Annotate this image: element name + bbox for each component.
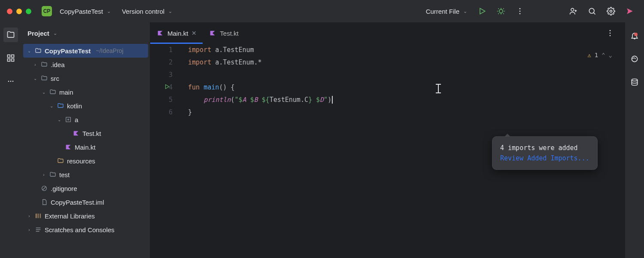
project-tool-button[interactable] xyxy=(3,28,18,42)
svg-rect-9 xyxy=(8,59,10,61)
kotlin-file-icon xyxy=(64,143,72,151)
tab-options-button[interactable] xyxy=(603,26,617,40)
tree-root-label: CopyPasteTest xyxy=(45,47,91,55)
inspection-widget[interactable]: ⚠ 1 ⌃ ⌄ xyxy=(587,49,612,61)
close-window-icon[interactable] xyxy=(7,9,12,14)
scratches-icon xyxy=(34,226,42,233)
maximize-window-icon[interactable] xyxy=(26,9,31,14)
left-tool-rail xyxy=(0,22,21,258)
tree-node-test[interactable]: › test xyxy=(23,168,148,181)
svg-point-15 xyxy=(68,119,69,120)
code-with-me-button[interactable] xyxy=(566,4,580,18)
ai-assistant-button[interactable] xyxy=(627,52,642,66)
tree-root-node[interactable]: ⌄ CopyPasteTest ~/IdeaProj xyxy=(23,44,148,58)
package-icon xyxy=(64,116,72,123)
tree-label: a xyxy=(75,116,78,123)
folder-icon xyxy=(49,171,57,178)
tree-file-iml[interactable]: CopyPasteTest.iml xyxy=(23,195,148,209)
tree-root-path: ~/IdeaProj xyxy=(96,47,123,54)
folder-icon xyxy=(40,61,48,68)
folder-icon xyxy=(34,47,42,55)
chevron-down-icon: ⌄ xyxy=(27,49,32,53)
tree-label: resources xyxy=(67,157,95,165)
tree-file-test-kt[interactable]: Test.kt xyxy=(23,126,148,140)
svg-point-13 xyxy=(12,81,14,82)
tab-test-kt[interactable]: Test.kt xyxy=(203,22,244,44)
right-tool-rail xyxy=(625,22,644,258)
svg-point-2 xyxy=(519,11,521,12)
line-number: 6 xyxy=(150,106,173,119)
more-tools-button[interactable] xyxy=(3,74,18,89)
review-imports-link[interactable]: Review Added Imports... xyxy=(500,153,589,163)
chevron-down-icon: ⌄ xyxy=(107,9,111,14)
file-icon xyxy=(40,198,48,206)
svg-point-19 xyxy=(610,35,611,37)
tab-main-kt[interactable]: Main.kt ✕ xyxy=(150,22,203,44)
tree-label: CopyPasteTest.iml xyxy=(51,199,104,206)
tree-label: Main.kt xyxy=(75,144,95,151)
tree-node-package-a[interactable]: ⌄ a xyxy=(23,113,148,126)
database-button[interactable] xyxy=(627,75,642,89)
kotlin-file-icon xyxy=(72,129,80,137)
project-tree: ⌄ CopyPasteTest ~/IdeaProj › .idea ⌄ src… xyxy=(21,44,150,236)
code-editor[interactable]: 1 2 3 4 5 6 import a.TestEnum import a.T… xyxy=(150,44,625,258)
tree-label: test xyxy=(59,171,70,178)
structure-tool-button[interactable] xyxy=(3,51,18,65)
svg-point-5 xyxy=(589,8,594,13)
close-tab-icon[interactable]: ✕ xyxy=(191,30,197,37)
tree-node-src[interactable]: ⌄ src xyxy=(23,71,148,85)
minimize-window-icon[interactable] xyxy=(16,9,22,14)
vcs-label: Version control xyxy=(122,8,164,15)
debug-button[interactable] xyxy=(494,4,508,18)
tree-node-kotlin[interactable]: ⌄ kotlin xyxy=(23,99,148,113)
tree-file-main-kt[interactable]: Main.kt xyxy=(23,140,148,154)
tree-file-gitignore[interactable]: .gitignore xyxy=(23,181,148,195)
line-number: 4 xyxy=(150,81,173,94)
chevron-down-icon: ⌄ xyxy=(41,90,46,95)
gutter: 1 2 3 4 5 6 xyxy=(150,44,188,258)
tree-external-libraries[interactable]: › External Libraries xyxy=(23,209,148,223)
svg-point-12 xyxy=(10,81,12,82)
svg-point-21 xyxy=(632,79,637,81)
line-number: 5 xyxy=(150,94,173,106)
svg-point-1 xyxy=(519,8,521,9)
ignore-file-icon xyxy=(40,184,48,192)
project-tree-panel: Project ⌄ ⌄ CopyPasteTest ~/IdeaProj › .… xyxy=(21,22,150,258)
run-config-dropdown[interactable]: Current File ⌄ xyxy=(426,8,467,15)
warning-count: 1 xyxy=(595,49,598,61)
tab-label: Test.kt xyxy=(220,30,238,37)
titlebar: CP CopyPasteTest ⌄ Version control ⌄ Cur… xyxy=(0,0,644,22)
svg-rect-10 xyxy=(12,59,14,61)
svg-point-3 xyxy=(519,13,521,15)
tab-label: Main.kt xyxy=(167,30,188,37)
tree-node-resources[interactable]: resources xyxy=(23,154,148,168)
line-number: 2 xyxy=(150,56,173,69)
tree-label: main xyxy=(59,89,73,96)
chevron-right-icon: › xyxy=(41,172,46,177)
settings-button[interactable] xyxy=(604,4,618,18)
tree-scratches[interactable]: › Scratches and Consoles xyxy=(23,223,148,236)
svg-point-4 xyxy=(571,8,574,11)
run-gutter-icon[interactable] xyxy=(164,81,170,94)
chevron-down-icon: ⌄ xyxy=(463,9,467,14)
code-content[interactable]: import a.TestEnum import a.TestEnum.* fu… xyxy=(188,44,333,258)
project-tree-header[interactable]: Project ⌄ xyxy=(21,22,150,44)
tree-label: kotlin xyxy=(67,102,82,110)
notifications-button[interactable] xyxy=(627,28,642,43)
line-number: 1 xyxy=(150,44,173,56)
text-cursor-icon xyxy=(436,84,441,93)
next-highlight-icon[interactable]: ⌄ xyxy=(609,49,612,61)
project-dropdown[interactable]: CopyPasteTest ⌄ xyxy=(56,6,114,17)
tree-label: src xyxy=(51,75,59,82)
jetbrains-ai-button[interactable] xyxy=(623,4,637,18)
search-button[interactable] xyxy=(585,4,599,18)
library-icon xyxy=(34,212,42,220)
vcs-dropdown[interactable]: Version control ⌄ xyxy=(118,6,176,17)
tree-node-idea[interactable]: › .idea xyxy=(23,58,148,71)
prev-highlight-icon[interactable]: ⌃ xyxy=(601,49,605,61)
tree-node-main[interactable]: ⌄ main xyxy=(23,85,148,99)
warning-icon: ⚠ xyxy=(587,49,591,61)
run-button[interactable] xyxy=(475,4,489,18)
more-actions-button[interactable] xyxy=(513,4,527,18)
svg-point-6 xyxy=(610,10,612,12)
